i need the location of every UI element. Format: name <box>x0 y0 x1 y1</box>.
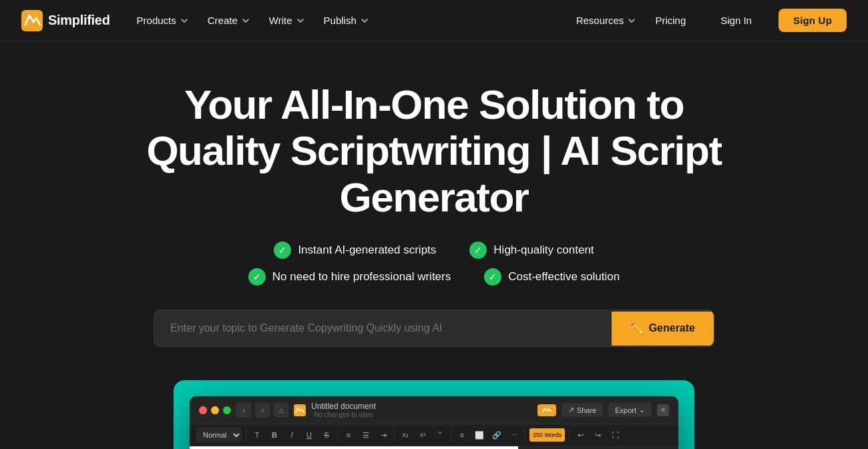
redo-button[interactable]: ↪ <box>591 428 604 442</box>
app-content: Non-fungible token 0x1f contr <box>190 446 678 449</box>
nav-item-publish[interactable]: Publish <box>316 9 377 31</box>
navbar: Simplified Products Create Write <box>0 0 868 41</box>
list-ol-button[interactable]: ≡ <box>342 428 355 442</box>
app-window: ‹ › ⌂ Untitled document No changes to sa… <box>190 396 678 449</box>
subscript-button[interactable]: X₂ <box>399 428 412 442</box>
align-button[interactable]: ≡ <box>455 428 469 442</box>
indent-button[interactable]: ⇥ <box>377 428 390 442</box>
logo-icon <box>21 10 43 31</box>
nav-item-resources[interactable]: Resources <box>568 9 645 31</box>
undo-button[interactable]: ↩ <box>574 428 587 442</box>
check-icon-2: ✓ <box>469 242 487 259</box>
image-button[interactable]: ⬜ <box>473 428 486 442</box>
feature-text-3: No need to hire professional writers <box>272 270 451 284</box>
nav-forward-icon[interactable]: › <box>255 403 270 418</box>
traffic-lights <box>199 406 231 414</box>
share-icon: ↗ <box>568 406 574 414</box>
feature-text-1: Instant AI-generated scripts <box>298 244 436 257</box>
toolbar-separator-6 <box>569 430 570 440</box>
hero-section: Your All-In-One Solution to Quality Scri… <box>0 41 868 449</box>
highlight-button[interactable]: 250 Words <box>529 428 565 442</box>
nav-right-links: Resources Pricing <box>568 9 694 31</box>
logo[interactable]: Simplified <box>21 10 110 31</box>
app-titlebar: ‹ › ⌂ Untitled document No changes to sa… <box>190 396 678 424</box>
feature-item-2: ✓ High-quality content <box>469 242 594 259</box>
pencil-icon: ✏️ <box>630 322 644 335</box>
underline-button[interactable]: U <box>302 428 316 442</box>
list-ul-button[interactable]: ☰ <box>359 428 373 442</box>
doc-subtitle: No changes to save <box>314 411 373 418</box>
doc-title-area: Untitled document No changes to save <box>311 402 376 418</box>
toolbar-separator-5 <box>525 430 525 440</box>
superscript-button[interactable]: X² <box>416 428 429 442</box>
app-logo-small <box>294 404 306 416</box>
hero-features: ✓ Instant AI-generated scripts ✓ High-qu… <box>248 242 620 286</box>
nav-home-icon[interactable]: ⌂ <box>274 403 288 418</box>
app-preview-container: ‹ › ⌂ Untitled document No changes to sa… <box>174 380 694 449</box>
app-toolbar: Normal T B I U S ≡ ☰ ⇥ X₂ X² " ≡ ⬜ 🔗 <box>190 424 678 446</box>
nav-item-write[interactable]: Write <box>261 9 313 31</box>
tl-red <box>199 406 207 414</box>
check-icon-1: ✓ <box>274 242 291 259</box>
signup-button[interactable]: Sign Up <box>779 9 847 32</box>
nav-right: Resources Pricing Sign In Sign Up <box>568 9 847 32</box>
export-button-small[interactable]: Export ⌄ <box>608 403 652 417</box>
close-panel-button[interactable]: ✕ <box>657 404 669 416</box>
brand-name: Simplified <box>48 13 110 28</box>
toolbar-separator <box>246 430 246 440</box>
search-bar: ✏️ Generate <box>154 310 714 347</box>
chevron-down-icon-small: ⌄ <box>639 406 645 414</box>
fullscreen-button[interactable]: ⛶ <box>608 428 622 442</box>
search-input[interactable] <box>154 310 612 346</box>
chevron-down-icon <box>627 16 636 25</box>
bold-button[interactable]: B <box>268 428 281 442</box>
app-icon-small <box>537 404 556 416</box>
share-button-small[interactable]: ↗ Share <box>562 403 603 417</box>
quote-button[interactable]: " <box>433 428 447 442</box>
doc-title: Untitled document <box>311 402 376 411</box>
tl-green <box>223 406 231 414</box>
feature-item-4: ✓ Cost-effective solution <box>484 268 620 286</box>
generate-button[interactable]: ✏️ Generate <box>612 312 714 346</box>
titlebar-right: ↗ Share Export ⌄ ✕ <box>537 403 669 417</box>
font-size-button[interactable]: T <box>250 428 264 442</box>
nav-links: Products Create Write Publish <box>129 9 377 31</box>
nav-left: Simplified Products Create Write <box>21 9 377 31</box>
panel-header: ✏ Content Rewriter ✏ ✕ <box>519 446 678 449</box>
feature-item-1: ✓ Instant AI-generated scripts <box>274 242 436 259</box>
hero-title: Your All-In-One Solution to Quality Scri… <box>134 81 734 220</box>
titlebar-nav-icons: ‹ › ⌂ <box>236 403 288 418</box>
feature-text-4: Cost-effective solution <box>508 270 620 284</box>
chevron-down-icon <box>360 16 369 25</box>
feature-text-2: High-quality content <box>493 244 594 257</box>
check-icon-3: ✓ <box>248 268 266 286</box>
chevron-down-icon <box>241 16 250 25</box>
toolbar-separator-3 <box>394 430 395 440</box>
nav-item-create[interactable]: Create <box>200 9 258 31</box>
hero-features-row-1: ✓ Instant AI-generated scripts ✓ High-qu… <box>248 242 620 259</box>
side-panel: ✏ Content Rewriter ✏ ✕ Results History A… <box>518 446 678 449</box>
nav-item-products[interactable]: Products <box>129 9 197 31</box>
nav-item-pricing[interactable]: Pricing <box>647 9 694 31</box>
link-button[interactable]: 🔗 <box>490 428 503 442</box>
toolbar-separator-2 <box>337 430 338 440</box>
italic-button[interactable]: I <box>285 428 298 442</box>
chevron-down-icon <box>296 16 305 25</box>
signin-button[interactable]: Sign In <box>707 9 765 31</box>
nav-back-icon[interactable]: ‹ <box>236 403 251 418</box>
hero-features-row-2: ✓ No need to hire professional writers ✓… <box>248 268 620 286</box>
strikethrough-button[interactable]: S <box>320 428 333 442</box>
tl-yellow <box>211 406 219 414</box>
titlebar-left: ‹ › ⌂ Untitled document No changes to sa… <box>199 402 376 418</box>
feature-item-3: ✓ No need to hire professional writers <box>248 268 451 286</box>
check-icon-4: ✓ <box>484 268 501 286</box>
more-button[interactable]: ⋯ <box>507 428 521 442</box>
chevron-down-icon <box>180 16 189 25</box>
toolbar-separator-4 <box>451 430 451 440</box>
font-style-select[interactable]: Normal <box>196 428 242 442</box>
document-area: Non-fungible token 0x1f contr <box>190 446 518 449</box>
